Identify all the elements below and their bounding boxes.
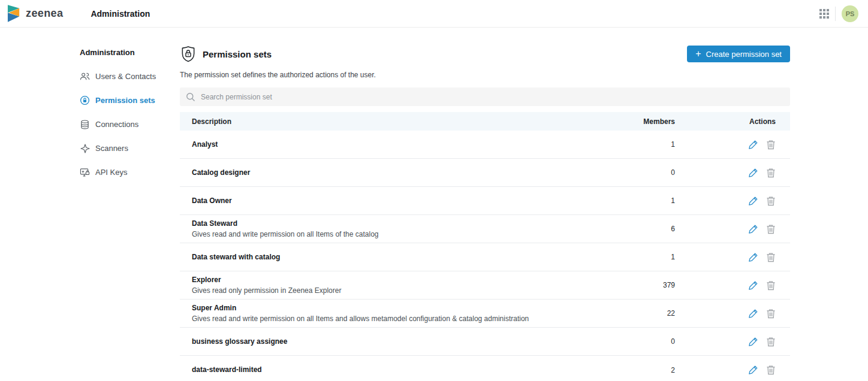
sidebar-item-label: API Keys [95, 168, 127, 177]
sidebar-item-permission-sets[interactable]: Permission sets [80, 95, 180, 105]
delete-button[interactable] [766, 365, 776, 375]
edit-button[interactable] [748, 337, 758, 347]
edit-pencil-icon [748, 224, 758, 234]
edit-button[interactable] [748, 252, 758, 262]
search-bar [180, 87, 790, 106]
table-row: data-steward-limited 2 [180, 356, 790, 381]
sidebar-item-api-keys[interactable]: API Keys [80, 167, 180, 177]
edit-button[interactable] [748, 168, 758, 178]
row-members: 2 [615, 366, 675, 374]
brand-wordmark: zeenea [26, 7, 63, 20]
topbar-title: Administration [91, 9, 150, 19]
row-members: 0 [615, 337, 675, 346]
edit-button[interactable] [748, 140, 758, 150]
sidebar-item-users-contacts[interactable]: Users & Contacts [80, 71, 180, 81]
delete-button[interactable] [766, 309, 776, 319]
page-description: The permission set defines the authorize… [180, 71, 376, 79]
table-row: Analyst 1 [180, 131, 790, 159]
row-members: 6 [615, 225, 675, 233]
sidebar: Administration Users & Contacts [0, 28, 180, 381]
trash-icon [766, 365, 776, 375]
row-members: 1 [615, 253, 675, 261]
table-row: Data Steward Gives read and write permis… [180, 215, 790, 243]
api-keys-icon [80, 167, 90, 177]
column-description: Description [192, 117, 615, 126]
permission-set-subtitle: Gives read and write permission on all I… [192, 315, 615, 323]
database-icon [80, 119, 90, 129]
edit-pencil-icon [748, 196, 758, 206]
permission-set-shield-icon [180, 46, 197, 63]
edit-pencil-icon [748, 168, 758, 178]
trash-icon [766, 280, 776, 291]
row-members: 1 [615, 140, 675, 149]
edit-button[interactable] [748, 365, 758, 375]
page-title: Permission sets [203, 49, 272, 59]
trash-icon [766, 196, 776, 206]
delete-button[interactable] [766, 196, 776, 206]
table-row: Catalog designer 0 [180, 159, 790, 187]
permission-set-name: Data Steward [192, 219, 615, 228]
permission-set-name: Super Admin [192, 304, 615, 313]
permission-set-name: Explorer [192, 276, 615, 285]
sidebar-item-connections[interactable]: Connections [80, 119, 180, 129]
permission-set-subtitle: Gives read and write permission on all I… [192, 230, 615, 239]
trash-icon [766, 309, 776, 319]
edit-button[interactable] [748, 196, 758, 206]
delete-button[interactable] [766, 140, 776, 150]
search-icon [186, 92, 195, 102]
trash-icon [766, 140, 776, 150]
permission-set-name: business glossary assignee [192, 337, 615, 346]
sidebar-item-label: Permission sets [95, 96, 155, 105]
edit-pencil-icon [748, 309, 758, 319]
topbar-divider [835, 7, 836, 21]
main-content: Permission sets The permission set defin… [180, 28, 868, 381]
brand-logo[interactable]: zeenea [7, 5, 63, 23]
row-members: 0 [615, 168, 675, 177]
edit-button[interactable] [748, 224, 758, 234]
create-permission-set-button[interactable]: + Create permission set [687, 46, 790, 62]
user-avatar[interactable]: PS [842, 5, 858, 22]
sidebar-item-label: Scanners [95, 144, 128, 153]
permission-set-name: Catalog designer [192, 168, 615, 177]
table-row: Data steward with catalog 1 [180, 243, 790, 271]
users-icon [80, 71, 90, 81]
permission-set-name: Data Owner [192, 196, 615, 205]
create-button-label: Create permission set [706, 50, 782, 59]
apps-grid-icon[interactable] [819, 9, 829, 19]
trash-icon [766, 168, 776, 178]
edit-pencil-icon [748, 140, 758, 150]
sidebar-heading: Administration [80, 48, 180, 57]
plus-icon: + [695, 49, 701, 59]
sidebar-item-label: Connections [95, 120, 138, 129]
delete-button[interactable] [766, 337, 776, 347]
table-header: Description Members Actions [180, 112, 790, 131]
delete-button[interactable] [766, 280, 776, 291]
edit-pencil-icon [748, 365, 758, 375]
permission-set-subtitle: Gives read only permission in Zeenea Exp… [192, 286, 615, 295]
permission-set-name: Analyst [192, 140, 615, 149]
delete-button[interactable] [766, 168, 776, 178]
table-row: Data Owner 1 [180, 187, 790, 215]
search-input[interactable] [201, 93, 784, 101]
zeenea-logo-icon [7, 5, 20, 23]
delete-button[interactable] [766, 224, 776, 234]
topbar: zeenea Administration PS [0, 0, 868, 28]
table-row: business glossary assignee 0 [180, 328, 790, 356]
sidebar-item-label: Users & Contacts [95, 72, 156, 81]
delete-button[interactable] [766, 252, 776, 262]
permission-sets-table: Description Members Actions Analyst 1 [180, 112, 790, 381]
scanner-icon [80, 143, 90, 153]
edit-button[interactable] [748, 309, 758, 319]
trash-icon [766, 337, 776, 347]
sidebar-item-scanners[interactable]: Scanners [80, 143, 180, 153]
permission-set-name: data-steward-limited [192, 365, 615, 374]
row-members: 379 [615, 281, 675, 289]
table-row: Explorer Gives read only permission in Z… [180, 271, 790, 300]
permission-lock-icon [80, 95, 90, 105]
row-members: 1 [615, 196, 675, 205]
table-row: Super Admin Gives read and write permiss… [180, 300, 790, 328]
edit-button[interactable] [748, 280, 758, 291]
column-actions: Actions [704, 117, 776, 126]
column-members: Members [615, 117, 675, 126]
permission-set-name: Data steward with catalog [192, 253, 615, 262]
